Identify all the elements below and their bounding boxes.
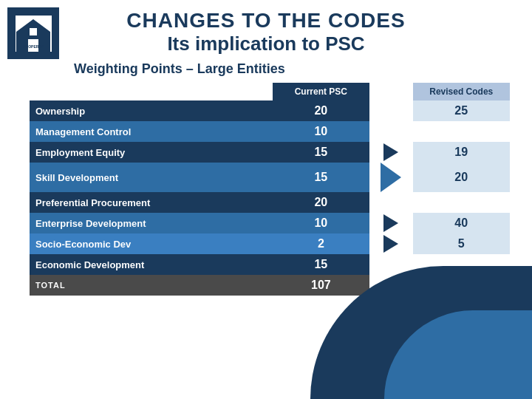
row-current-value: 15 <box>273 142 369 163</box>
row-gap-cell <box>369 142 412 163</box>
logo-inner: PROPERTY <box>13 13 54 54</box>
svg-rect-4 <box>30 28 37 35</box>
row-gap-cell <box>369 192 412 213</box>
table-header-row: Current PSC Revised Codes <box>30 83 510 100</box>
table-row: Management Control10 <box>30 121 510 142</box>
data-table-container: Current PSC Revised Codes Ownership2025M… <box>0 83 532 296</box>
subtitle: Weighting Points – Large Entities <box>22 61 510 77</box>
row-gap-cell <box>369 100 412 121</box>
weighting-table: Current PSC Revised Codes Ownership2025M… <box>30 83 510 296</box>
col-revised-header: Revised Codes <box>413 83 510 100</box>
row-revised-value: 5 <box>413 233 510 254</box>
row-label: Socio-Economic Dev <box>30 233 273 254</box>
logo-icon: PROPERTY <box>13 13 54 54</box>
title-line1: CHANGES TO THE CODES <box>22 9 510 33</box>
row-label: Economic Development <box>30 254 273 275</box>
row-gap-cell <box>369 233 412 254</box>
row-current-value: 15 <box>273 163 369 192</box>
svg-text:PROPERTY: PROPERTY <box>23 44 44 49</box>
table-row: Socio-Economic Dev25 <box>30 233 510 254</box>
col-gap-header <box>369 83 412 100</box>
row-gap-cell <box>369 163 412 192</box>
arrow-icon <box>383 235 398 253</box>
logo: PROPERTY <box>7 7 59 59</box>
row-revised-value <box>413 192 510 213</box>
row-label: Employment Equity <box>30 142 273 163</box>
row-current-value: 10 <box>273 121 369 142</box>
row-label: Ownership <box>30 100 273 121</box>
title-line2: Its implication to PSC <box>22 33 510 55</box>
row-current-value: 107 <box>273 275 369 296</box>
row-revised-value: 19 <box>413 142 510 163</box>
col-label-header <box>30 83 273 100</box>
row-current-value: 2 <box>273 233 369 254</box>
row-revised-value: 40 <box>413 213 510 233</box>
row-label: Skill Development <box>30 163 273 192</box>
row-current-value: 20 <box>273 100 369 121</box>
row-label: Preferential Procurement <box>30 192 273 213</box>
table-row: Skill Development1520 <box>30 163 510 192</box>
row-revised-value: 20 <box>413 163 510 192</box>
row-gap-cell <box>369 121 412 142</box>
header: CHANGES TO THE CODES Its implication to … <box>22 0 510 61</box>
table-row: Preferential Procurement20 <box>30 192 510 213</box>
row-gap-cell <box>369 213 412 233</box>
row-label: Enterprise Development <box>30 213 273 233</box>
arrow-icon <box>383 143 398 161</box>
arrow-icon <box>383 214 398 232</box>
row-revised-value <box>413 121 510 142</box>
table-row: Enterprise Development1040 <box>30 213 510 233</box>
table-row: Employment Equity1519 <box>30 142 510 163</box>
row-current-value: 15 <box>273 254 369 275</box>
arrow-icon <box>381 163 401 192</box>
row-current-value: 10 <box>273 213 369 233</box>
table-row: Ownership2025 <box>30 100 510 121</box>
row-revised-value: 25 <box>413 100 510 121</box>
row-label: Management Control <box>30 121 273 142</box>
row-current-value: 20 <box>273 192 369 213</box>
row-label: TOTAL <box>30 275 273 296</box>
col-current-header: Current PSC <box>273 83 369 100</box>
